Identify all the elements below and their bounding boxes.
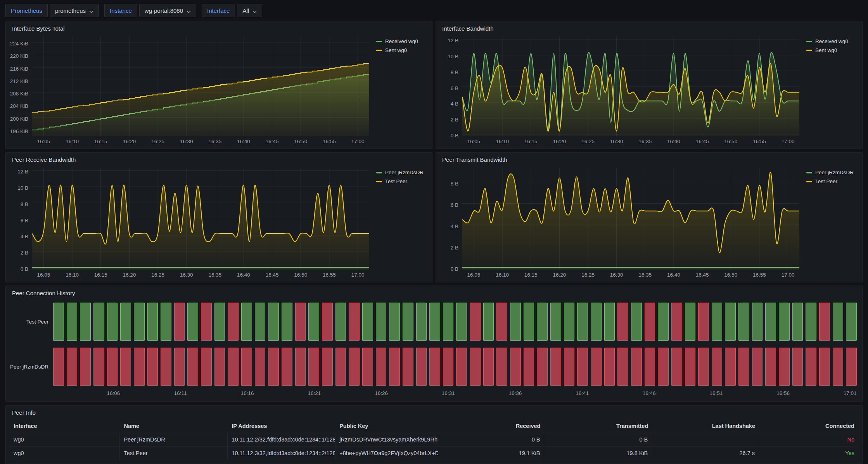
state-bar-disconnected[interactable] [349,303,360,341]
state-bar-connected[interactable] [93,303,104,341]
state-bar-disconnected[interactable] [712,348,723,386]
state-bar-disconnected[interactable] [645,303,655,341]
state-bar-disconnected[interactable] [738,348,749,386]
state-bar-disconnected[interactable] [819,348,830,386]
state-bar-disconnected[interactable] [268,348,279,386]
state-bar-disconnected[interactable] [671,303,682,341]
state-bar-connected[interactable] [725,303,736,341]
state-bar-connected[interactable] [524,303,534,341]
state-bar-connected[interactable] [604,303,615,341]
panel-title[interactable]: Peer Connection History [10,288,858,299]
state-bar-disconnected[interactable] [187,348,198,386]
variable-label-interface[interactable]: Interface [202,4,235,17]
state-bar-connected[interactable] [107,303,118,341]
legend-item-sent-wg0[interactable]: Sent wg0 [376,47,428,53]
state-bar-disconnected[interactable] [617,348,628,386]
state-bar-connected[interactable] [833,303,844,341]
state-bar-disconnected[interactable] [67,348,78,386]
state-bar-disconnected[interactable] [322,303,333,341]
state-bar-disconnected[interactable] [308,348,319,386]
state-bar-connected[interactable] [443,303,454,341]
state-bar-connected[interactable] [429,303,440,341]
state-bar-disconnected[interactable] [456,348,467,386]
state-bar-disconnected[interactable] [174,348,185,386]
state-bar-disconnected[interactable] [107,348,118,386]
state-bar-disconnected[interactable] [617,303,628,341]
state-bar-disconnected[interactable] [322,348,333,386]
state-bar-connected[interactable] [510,303,521,341]
state-bar-disconnected[interactable] [201,303,212,341]
state-bar-connected[interactable] [255,303,266,341]
legend-item-test-peer[interactable]: Test Peer [806,178,858,184]
state-bar-connected[interactable] [806,303,816,341]
state-bar-connected[interactable] [564,303,575,341]
state-bar-disconnected[interactable] [134,348,145,386]
panel-title[interactable]: Interface Bytes Total [10,24,428,35]
state-bar-connected[interactable] [712,303,723,341]
state-bar-disconnected[interactable] [671,348,682,386]
state-bar-disconnected[interactable] [604,348,615,386]
legend-item-peer-jrzmdsdr[interactable]: Peer jRzmDsDR [806,170,858,175]
state-bar-disconnected[interactable] [658,348,669,386]
column-header-name[interactable]: Name [120,419,228,433]
state-bar-disconnected[interactable] [282,348,292,386]
state-bar-disconnected[interactable] [349,348,360,386]
state-bar-connected[interactable] [779,303,790,341]
state-bar-disconnected[interactable] [564,348,575,386]
panel-title[interactable]: Interface Bandwidth [440,24,858,35]
state-bar-connected[interactable] [752,303,763,341]
state-bar-connected[interactable] [161,303,171,341]
state-bar-disconnected[interactable] [806,348,816,386]
variable-value-interface[interactable]: All [237,4,262,17]
state-bar-connected[interactable] [685,303,696,341]
variable-value-prometheus[interactable]: prometheus [50,4,99,17]
state-bar-disconnected[interactable] [792,348,803,386]
state-bar-connected[interactable] [282,303,292,341]
state-bar-connected[interactable] [214,303,225,341]
column-header-transmitted[interactable]: Transmitted [544,419,652,433]
column-header-received[interactable]: Received [438,419,545,433]
state-bar-connected[interactable] [456,303,467,341]
panel-title[interactable]: Peer Receive Bandwidth [10,155,428,166]
state-bar-disconnected[interactable] [577,348,588,386]
state-bar-disconnected[interactable] [335,348,346,386]
state-bar-connected[interactable] [403,303,413,341]
state-bar-disconnected[interactable] [161,348,171,386]
state-bar-connected[interactable] [658,303,669,341]
state-bar-disconnected[interactable] [174,303,185,341]
state-bar-disconnected[interactable] [53,348,64,386]
state-bar-connected[interactable] [416,303,427,341]
variable-label-prometheus[interactable]: Prometheus [5,4,48,17]
interface-bandwidth-chart[interactable] [462,36,799,136]
state-bar-disconnected[interactable] [524,348,534,386]
state-bar-disconnected[interactable] [550,348,561,386]
state-bar-disconnected[interactable] [833,348,844,386]
column-header-last-handshake[interactable]: Last Handshake [652,419,759,433]
state-bar-disconnected[interactable] [295,303,306,341]
state-bar-connected[interactable] [268,303,279,341]
state-bar-disconnected[interactable] [389,348,400,386]
state-bar-connected[interactable] [846,303,857,341]
column-header-connected[interactable]: Connected [759,419,858,433]
state-bar-connected[interactable] [483,303,494,341]
state-bar-disconnected[interactable] [765,348,776,386]
legend-item-test-peer[interactable]: Test Peer [376,178,428,184]
state-bar-disconnected[interactable] [429,348,440,386]
state-bar-disconnected[interactable] [80,348,91,386]
state-bar-disconnected[interactable] [228,303,239,341]
state-bar-connected[interactable] [591,303,602,341]
state-bar-disconnected[interactable] [228,348,239,386]
state-bar-disconnected[interactable] [537,348,548,386]
state-bar-disconnected[interactable] [362,348,373,386]
state-bar-disconnected[interactable] [403,348,413,386]
state-bar-connected[interactable] [67,303,78,341]
state-bar-connected[interactable] [120,303,131,341]
column-header-ip-addresses[interactable]: IP Addresses [228,419,335,433]
state-bar-disconnected[interactable] [416,348,427,386]
state-bar-disconnected[interactable] [496,303,507,341]
state-bar-disconnected[interactable] [120,348,131,386]
state-bar-disconnected[interactable] [255,348,266,386]
state-bar-disconnected[interactable] [591,348,602,386]
state-bar-connected[interactable] [80,303,91,341]
state-bar-connected[interactable] [187,303,198,341]
